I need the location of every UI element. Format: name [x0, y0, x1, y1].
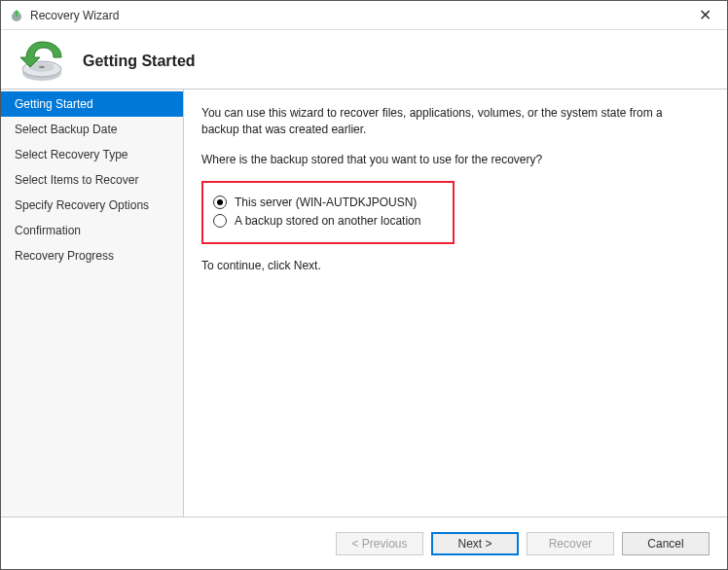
recover-button: Recover: [527, 532, 614, 555]
body: Getting Started Select Backup Date Selec…: [1, 89, 727, 517]
radio-label: A backup stored on another location: [235, 214, 420, 228]
radio-icon: [213, 214, 227, 228]
sidebar-item-confirmation[interactable]: Confirmation: [1, 218, 183, 243]
backup-location-group: This server (WIN-AUTDKJPOUSN) A backup s…: [201, 181, 455, 244]
radio-label: This server (WIN-AUTDKJPOUSN): [235, 196, 417, 209]
sidebar-item-select-items-to-recover[interactable]: Select Items to Recover: [1, 167, 183, 193]
radio-this-server[interactable]: This server (WIN-AUTDKJPOUSN): [213, 196, 443, 209]
sidebar: Getting Started Select Backup Date Selec…: [1, 89, 184, 517]
sidebar-item-select-backup-date[interactable]: Select Backup Date: [1, 117, 183, 142]
window: Recovery Wizard ✕ Getting Started Gettin…: [0, 0, 728, 570]
footer: < Previous Next > Recover Cancel: [1, 517, 727, 569]
titlebar: Recovery Wizard ✕: [1, 1, 727, 30]
next-button[interactable]: Next >: [431, 532, 519, 555]
radio-icon: [213, 196, 227, 209]
sidebar-item-specify-recovery-options[interactable]: Specify Recovery Options: [1, 193, 183, 218]
sidebar-item-recovery-progress[interactable]: Recovery Progress: [1, 243, 183, 268]
radio-another-location[interactable]: A backup stored on another location: [213, 214, 443, 228]
sidebar-item-getting-started[interactable]: Getting Started: [1, 91, 183, 117]
hint-text: To continue, click Next.: [201, 258, 702, 274]
window-title: Recovery Wizard: [30, 9, 691, 22]
header: Getting Started: [1, 30, 727, 89]
content: You can use this wizard to recover files…: [184, 89, 727, 517]
previous-button: < Previous: [336, 532, 423, 555]
page-title: Getting Started: [83, 53, 196, 70]
close-icon[interactable]: ✕: [691, 6, 719, 24]
intro-text: You can use this wizard to recover files…: [201, 105, 702, 138]
recovery-icon: [18, 38, 65, 85]
question-text: Where is the backup stored that you want…: [201, 152, 702, 168]
app-icon: [9, 8, 24, 23]
svg-point-4: [39, 66, 45, 68]
cancel-button[interactable]: Cancel: [622, 532, 710, 555]
sidebar-item-select-recovery-type[interactable]: Select Recovery Type: [1, 142, 183, 167]
